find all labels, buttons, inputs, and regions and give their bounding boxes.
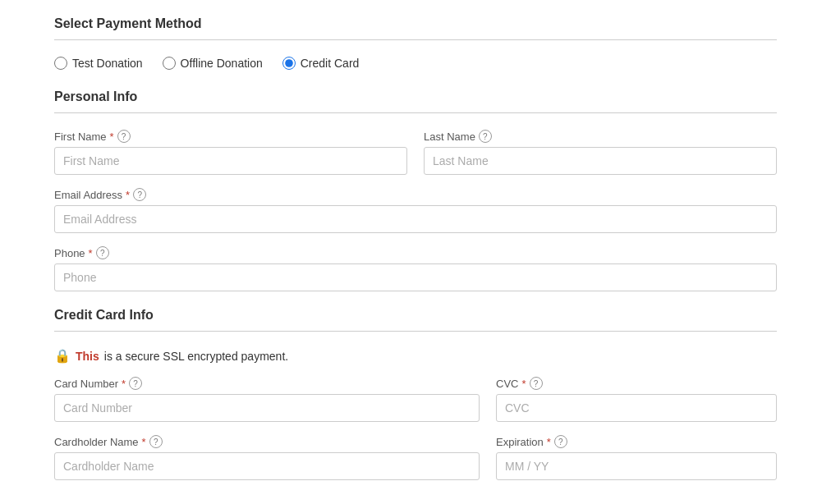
payment-methods-group: Test Donation Offline Donation Credit Ca… <box>54 57 777 70</box>
offline-donation-radio[interactable] <box>163 57 176 70</box>
first-name-required: * <box>110 131 114 143</box>
cvc-help-icon[interactable]: ? <box>530 377 543 390</box>
last-name-input[interactable] <box>424 147 777 175</box>
last-name-help-icon[interactable]: ? <box>479 130 492 143</box>
phone-input[interactable] <box>54 263 777 291</box>
email-required: * <box>126 189 130 201</box>
name-row: First Name * ? Last Name ? <box>54 130 777 175</box>
cardholder-name-help-icon[interactable]: ? <box>149 435 163 448</box>
cvc-label: CVC * ? <box>496 377 777 390</box>
card-number-label: Card Number * ? <box>54 377 480 390</box>
credit-card-option[interactable]: Credit Card <box>282 57 360 70</box>
email-row: Email Address * ? <box>54 188 777 233</box>
test-donation-radio[interactable] <box>54 57 67 70</box>
test-donation-label: Test Donation <box>72 57 143 70</box>
ssl-highlight-text: This <box>76 350 99 363</box>
card-number-group: Card Number * ? <box>54 377 480 422</box>
first-name-help-icon[interactable]: ? <box>117 130 131 143</box>
card-number-help-icon[interactable]: ? <box>129 377 142 390</box>
ssl-normal-text: is a secure SSL encrypted payment. <box>104 350 288 363</box>
first-name-input[interactable] <box>54 147 407 175</box>
expiration-group: Expiration * ? <box>496 435 777 480</box>
main-container: Select Payment Method Test Donation Offl… <box>21 0 810 504</box>
test-donation-option[interactable]: Test Donation <box>54 57 143 70</box>
cvc-group: CVC * ? <box>496 377 777 422</box>
personal-info-section: Personal Info First Name * ? Last Name ? <box>54 89 777 291</box>
email-label: Email Address * ? <box>54 188 777 201</box>
email-input[interactable] <box>54 205 777 233</box>
offline-donation-label: Offline Donation <box>181 57 263 70</box>
phone-group: Phone * ? <box>54 246 777 291</box>
credit-card-divider <box>54 331 777 332</box>
phone-help-icon[interactable]: ? <box>96 246 109 259</box>
expiration-input[interactable] <box>496 452 777 480</box>
payment-divider <box>54 39 777 40</box>
card-number-required: * <box>122 378 126 390</box>
cardholder-expiration-row: Cardholder Name * ? Expiration * ? <box>54 435 777 480</box>
email-help-icon[interactable]: ? <box>133 188 146 201</box>
cvc-input[interactable] <box>496 394 777 422</box>
cardholder-name-group: Cardholder Name * ? <box>54 435 480 480</box>
first-name-group: First Name * ? <box>54 130 407 175</box>
payment-method-section: Select Payment Method Test Donation Offl… <box>54 16 777 70</box>
personal-info-divider <box>54 112 777 113</box>
email-group: Email Address * ? <box>54 188 777 233</box>
offline-donation-option[interactable]: Offline Donation <box>163 57 263 70</box>
personal-info-title: Personal Info <box>54 89 777 104</box>
credit-card-radio[interactable] <box>282 57 296 70</box>
cvc-required: * <box>521 378 526 390</box>
expiration-label: Expiration * ? <box>496 435 777 448</box>
expiration-required: * <box>547 436 551 448</box>
cardholder-name-input[interactable] <box>54 452 480 480</box>
cardholder-name-required: * <box>142 436 146 448</box>
card-number-input[interactable] <box>54 394 480 422</box>
last-name-group: Last Name ? <box>424 130 777 175</box>
phone-required: * <box>89 247 93 259</box>
phone-label: Phone * ? <box>54 246 777 259</box>
phone-row: Phone * ? <box>54 246 777 291</box>
first-name-label: First Name * ? <box>54 130 407 143</box>
ssl-notice: 🔒 This is a secure SSL encrypted payment… <box>54 348 777 364</box>
card-number-cvc-row: Card Number * ? CVC * ? <box>54 377 777 422</box>
credit-card-section: Credit Card Info 🔒 This is a secure SSL … <box>54 308 777 480</box>
expiration-help-icon[interactable]: ? <box>554 435 567 448</box>
lock-icon: 🔒 <box>54 348 71 364</box>
credit-card-label: Credit Card <box>301 57 360 70</box>
cardholder-name-label: Cardholder Name * ? <box>54 435 480 448</box>
credit-card-title: Credit Card Info <box>54 308 777 323</box>
last-name-label: Last Name ? <box>424 130 777 143</box>
payment-method-title: Select Payment Method <box>54 16 777 31</box>
